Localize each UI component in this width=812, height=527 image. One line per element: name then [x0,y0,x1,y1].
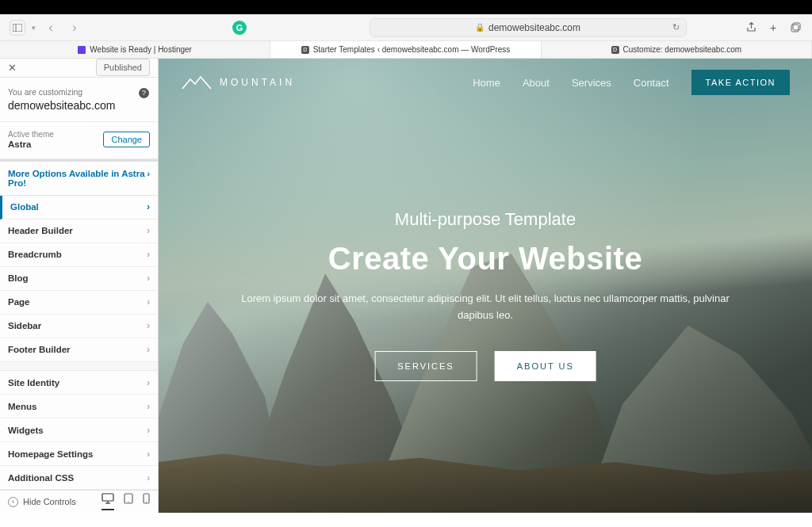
workspace: ✕ Published You are customizing demowebs… [0,59,812,513]
tab-label: Customize: demowebsiteabc.com [623,45,742,54]
device-switcher [102,493,150,510]
hide-controls[interactable]: ‹ Hide Controls [8,497,76,507]
hero-desc: Lorem ipsum dolor sit amet, consectetur … [231,291,741,324]
panel-footer: ‹ Hide Controls [0,490,158,513]
tabs-overview-icon[interactable] [788,21,802,35]
browser-tabs: Website is Ready | Hostinger D Starter T… [0,41,812,59]
wordpress-favicon-icon: D [611,46,619,54]
collapse-icon: ‹ [8,497,18,507]
share-icon[interactable] [744,21,758,35]
chevron-right-icon: › [147,225,150,236]
logo[interactable]: MOUNTAIN [181,74,295,90]
sidebar-item-menus[interactable]: Menus› [0,395,158,418]
svg-rect-2 [791,25,799,32]
browser-toolbar: ▾ ‹ › G 🔒 demowebsiteabc.com ↻ + [0,14,812,41]
services-button[interactable]: SERVICES [374,351,477,381]
take-action-button[interactable]: TAKE ACTION [691,70,790,95]
upsell-label: More Options Available in Astra Pro! [8,169,147,188]
tab-label: Starter Templates ‹ demowebsiteabc.com —… [313,45,511,54]
chevron-right-icon: › [147,296,150,307]
hide-controls-label: Hide Controls [23,497,76,506]
logo-text: MOUNTAIN [220,77,295,88]
sidebar-item-breadcrumb[interactable]: Breadcrumb› [0,243,158,267]
panel-header: You are customizing demowebsiteabc.com ? [0,78,158,122]
active-theme-label: Active theme [8,130,54,139]
dropdown-icon[interactable]: ▾ [32,24,36,32]
wordpress-favicon-icon: D [301,46,309,54]
back-icon[interactable]: ‹ [42,19,59,36]
sidebar-item-homepage-settings[interactable]: Homepage Settings› [0,442,158,466]
active-theme-name: Astra [8,139,54,149]
new-tab-icon[interactable]: + [766,21,780,35]
sidebar-item-header-builder[interactable]: Header Builder› [0,220,158,243]
tab-starter-templates[interactable]: D Starter Templates ‹ demowebsiteabc.com… [270,41,541,58]
sidebar-item-global[interactable]: Global› [0,196,158,220]
sidebar-item-widgets[interactable]: Widgets› [0,418,158,442]
chevron-right-icon: › [147,169,150,188]
published-button[interactable]: Published [96,59,150,76]
nav-about[interactable]: About [523,77,550,89]
chevron-right-icon: › [147,249,150,260]
help-icon[interactable]: ? [139,88,149,98]
url-text: demowebsiteabc.com [488,22,580,33]
chevron-right-icon: › [147,472,150,483]
active-theme-row: Active theme Astra Change [0,122,158,159]
tab-label: Website is Ready | Hostinger [90,45,192,54]
svg-rect-3 [793,23,800,30]
address-bar[interactable]: 🔒 demowebsiteabc.com ↻ [370,18,687,37]
chevron-right-icon: › [147,401,150,412]
customizer-panel: ✕ Published You are customizing demowebs… [0,59,159,513]
top-black-bar [0,0,812,14]
svg-rect-0 [13,24,22,32]
nav-contact[interactable]: Contact [634,77,669,89]
hero: Multi-purpose Template Create Your Websi… [231,209,741,381]
settings-list-a: Global› Header Builder› Breadcrumb› Blog… [0,196,158,362]
about-us-button[interactable]: ABOUT US [495,351,596,381]
site-preview: MOUNTAIN Home About Services Contact TAK… [159,59,812,513]
customizing-label: You are customizing [8,87,150,97]
hero-buttons: SERVICES ABOUT US [231,351,741,381]
chevron-right-icon: › [147,449,150,460]
settings-list-b: Site Identity› Menus› Widgets› Homepage … [0,371,158,490]
sidebar-item-blog[interactable]: Blog› [0,267,158,291]
mountain-logo-icon [181,74,213,90]
upsell-astra-pro[interactable]: More Options Available in Astra Pro! › [0,159,158,196]
tablet-icon[interactable] [124,493,133,510]
chevron-right-icon: › [147,201,150,212]
chevron-right-icon: › [147,273,150,284]
sidebar-item-sidebar[interactable]: Sidebar› [0,315,158,338]
hero-headline: Create Your Website [231,241,741,277]
svg-rect-4 [102,494,113,501]
chevron-right-icon: › [147,425,150,436]
nav-links: Home About Services Contact TAKE ACTION [473,70,790,95]
nav-home[interactable]: Home [473,77,500,89]
sidebar-toggle-icon[interactable] [10,20,25,36]
section-gap [0,362,158,372]
panel-top-bar: ✕ Published [0,59,158,78]
sidebar-item-page[interactable]: Page› [0,291,158,315]
lock-icon: 🔒 [475,23,485,32]
hero-tagline: Multi-purpose Template [231,209,741,230]
tab-hostinger[interactable]: Website is Ready | Hostinger [0,41,270,58]
reload-icon[interactable]: ↻ [672,22,680,32]
chevron-right-icon: › [147,344,150,355]
chevron-right-icon: › [147,377,150,388]
forward-icon[interactable]: › [66,19,83,36]
sidebar-item-additional-css[interactable]: Additional CSS› [0,466,158,490]
close-icon[interactable]: ✕ [8,62,17,74]
nav-services[interactable]: Services [572,77,611,89]
site-nav: MOUNTAIN Home About Services Contact TAK… [159,70,812,95]
phone-icon[interactable] [143,493,150,510]
tab-customize[interactable]: D Customize: demowebsiteabc.com [542,41,812,58]
sidebar-item-footer-builder[interactable]: Footer Builder› [0,338,158,362]
svg-point-10 [146,502,147,502]
svg-point-8 [128,502,128,502]
grammarly-icon[interactable]: G [232,21,247,35]
sidebar-item-site-identity[interactable]: Site Identity› [0,371,158,395]
desktop-icon[interactable] [102,493,114,510]
change-theme-button[interactable]: Change [103,132,150,147]
site-name: demowebsiteabc.com [8,99,150,112]
hostinger-favicon-icon [78,46,86,54]
chevron-right-icon: › [147,320,150,331]
